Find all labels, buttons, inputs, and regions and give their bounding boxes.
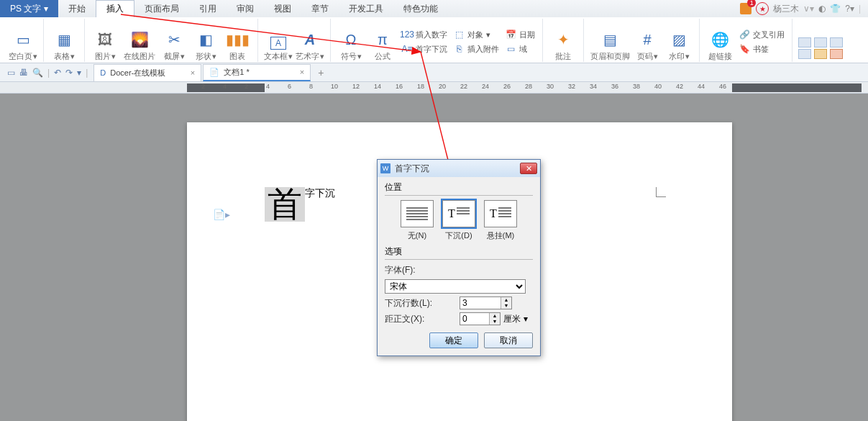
- quick-access-toolbar: ▭ 🖶 🔍 | ↶ ↷ ▾ |: [3, 68, 92, 78]
- tab-insert[interactable]: 插入: [96, 0, 134, 17]
- lines-spinner[interactable]: ▲▼: [460, 296, 512, 309]
- extra-icon-3[interactable]: [814, 37, 827, 47]
- dialog-close-button[interactable]: ✕: [520, 163, 537, 174]
- equation-button[interactable]: π 公式: [367, 22, 398, 62]
- dialog-titlebar[interactable]: W 首字下沉 ✕: [378, 160, 540, 177]
- page-number-button[interactable]: # 页码▾: [631, 22, 663, 62]
- pi-icon: π: [373, 30, 393, 50]
- extra-icon-2[interactable]: [798, 49, 811, 59]
- page-icon: ▭: [13, 30, 33, 50]
- doctab-docer[interactable]: D Docer-在线模板 ×: [93, 64, 201, 81]
- font-select[interactable]: 宋体: [385, 279, 526, 294]
- watermark-button[interactable]: ▨ 水印▾: [663, 22, 695, 62]
- add-tab-button[interactable]: +: [312, 67, 329, 78]
- qat-sep-2: |: [86, 68, 88, 78]
- spin-down[interactable]: ▼: [501, 303, 511, 309]
- page-content[interactable]: 首字下沉: [265, 187, 335, 222]
- dist-spinner[interactable]: ▲▼: [460, 312, 501, 325]
- datetime-button[interactable]: 📅日期: [502, 28, 538, 41]
- omega-icon: Ω: [341, 30, 361, 50]
- online-picture-button[interactable]: 🌄 在线图片: [121, 22, 158, 62]
- menubar: PS 文字 ▾ 开始 插入 页面布局 引用 审阅 视图 章节 开发工具 特色功能…: [0, 0, 868, 17]
- blank-page-button[interactable]: ▭ 空白页▾: [7, 22, 39, 62]
- object-button[interactable]: ⬚对象▾: [450, 28, 502, 41]
- notification-icon[interactable]: [740, 3, 751, 14]
- tab-chapter[interactable]: 章节: [301, 0, 339, 17]
- ruler-horizontal[interactable]: 2424681012141618202224262830323436384042…: [0, 82, 868, 94]
- close-icon[interactable]: ×: [191, 68, 195, 77]
- opt-drop[interactable]: T 下沉(D): [442, 200, 475, 241]
- shapes-button[interactable]: ◧ 形状▾: [190, 22, 221, 62]
- document-tabbar: ▭ 🖶 🔍 | ↶ ↷ ▾ | D Docer-在线模板 × 📄 文档1 * ×…: [0, 63, 868, 82]
- qat-redo-icon[interactable]: ↷: [65, 68, 73, 78]
- tab-special[interactable]: 特色功能: [393, 0, 448, 17]
- extra-icon-6[interactable]: [830, 49, 843, 59]
- tab-start[interactable]: 开始: [58, 0, 96, 17]
- header-footer-button[interactable]: ▤ 页眉和页脚: [588, 22, 631, 62]
- watermark-icon: ▨: [669, 30, 689, 50]
- font-row: 字体(F):: [385, 264, 533, 276]
- opt-none-label: 无(N): [408, 230, 426, 241]
- spin-up[interactable]: ▲: [490, 313, 500, 319]
- body-text[interactable]: 字下沉: [305, 188, 335, 199]
- comment-button[interactable]: ✦ 批注: [547, 22, 579, 62]
- cross-ref-icon: 🔗: [739, 29, 750, 40]
- lines-input[interactable]: [460, 297, 501, 309]
- tab-developer[interactable]: 开发工具: [339, 0, 393, 17]
- doctab-doc1[interactable]: 📄 文档1 * ×: [203, 64, 311, 81]
- field-button[interactable]: ▭域: [502, 42, 538, 55]
- username[interactable]: 杨三木: [773, 3, 799, 15]
- screenshot-button[interactable]: ✂ 截屏▾: [158, 22, 190, 62]
- dropdown-icon[interactable]: ∨▾: [803, 4, 814, 14]
- spin-up[interactable]: ▲: [501, 297, 511, 303]
- tab-references[interactable]: 引用: [189, 0, 227, 17]
- wordart-button[interactable]: A 艺术字▾: [294, 22, 326, 62]
- textbox-button[interactable]: A 文本框▾: [262, 22, 294, 62]
- menubar-right: ★ 杨三木 ∨▾ ◐ 👕 ?▾ |: [740, 2, 868, 15]
- qat-print-icon[interactable]: 🖶: [19, 68, 28, 78]
- side-flag-icon[interactable]: 📄▸: [213, 209, 230, 220]
- qat-undo-icon[interactable]: ↶: [54, 68, 61, 78]
- dropcap-icon: A≡: [401, 43, 413, 55]
- doctab-doc1-label: 文档1 *: [224, 67, 249, 78]
- dropcap-button[interactable]: A≡首字下沉: [398, 42, 450, 55]
- wps-icon: W: [380, 163, 390, 173]
- extra-icon-5[interactable]: [830, 37, 843, 47]
- opt-hang[interactable]: T 悬挂(M): [484, 200, 517, 241]
- drop-preview: T: [442, 200, 475, 227]
- skin-icon[interactable]: ◐: [818, 4, 826, 14]
- qat-dropdown-icon[interactable]: ▾: [77, 68, 81, 78]
- qat-preview-icon[interactable]: 🔍: [32, 68, 43, 78]
- ribbon: ▭ 空白页▾ ▦ 表格▾ 🖼 图片▾ 🌄 在线图片 ✂ 截屏▾ ◧ 形状▾ ▮▮…: [0, 17, 868, 63]
- picture-icon: 🖼: [95, 30, 115, 50]
- calendar-icon: 📅: [505, 29, 516, 40]
- tab-review[interactable]: 审阅: [227, 0, 264, 17]
- app-brand[interactable]: PS 文字 ▾: [0, 0, 58, 17]
- bookmark-button[interactable]: 🔖书签: [736, 42, 787, 55]
- hyperlink-button[interactable]: 🌐 超链接: [704, 22, 736, 62]
- help-icon[interactable]: ?▾: [845, 4, 854, 14]
- close-icon[interactable]: ×: [300, 68, 304, 76]
- tab-page-layout[interactable]: 页面布局: [134, 0, 189, 17]
- extra-icon-4[interactable]: [814, 49, 827, 59]
- table-button[interactable]: ▦ 表格▾: [48, 22, 80, 62]
- extra-icon-1[interactable]: [798, 37, 811, 47]
- spin-down[interactable]: ▼: [490, 319, 500, 325]
- chart-button[interactable]: ▮▮▮ 图表: [221, 22, 253, 62]
- symbol-button[interactable]: Ω 符号▾: [335, 22, 367, 62]
- insert-number-button[interactable]: 123插入数字: [398, 28, 450, 41]
- attachment-button[interactable]: ⎘插入附件: [450, 42, 502, 55]
- cross-ref-button[interactable]: 🔗交叉引用: [736, 28, 787, 41]
- unit-dropdown-icon[interactable]: ▾: [524, 314, 528, 324]
- chevron-down-icon: ▾: [44, 4, 48, 14]
- favorite-icon[interactable]: ★: [756, 2, 769, 15]
- tab-view[interactable]: 视图: [264, 0, 301, 17]
- ok-button[interactable]: 确定: [429, 332, 478, 348]
- dist-input[interactable]: [460, 313, 489, 325]
- cancel-button[interactable]: 取消: [484, 332, 533, 348]
- shirt-icon[interactable]: 👕: [830, 4, 841, 14]
- picture-button[interactable]: 🖼 图片▾: [89, 22, 121, 62]
- qat-save-icon[interactable]: ▭: [7, 68, 15, 78]
- opt-none[interactable]: 无(N): [401, 200, 434, 241]
- dropcap-char[interactable]: 首: [265, 187, 305, 222]
